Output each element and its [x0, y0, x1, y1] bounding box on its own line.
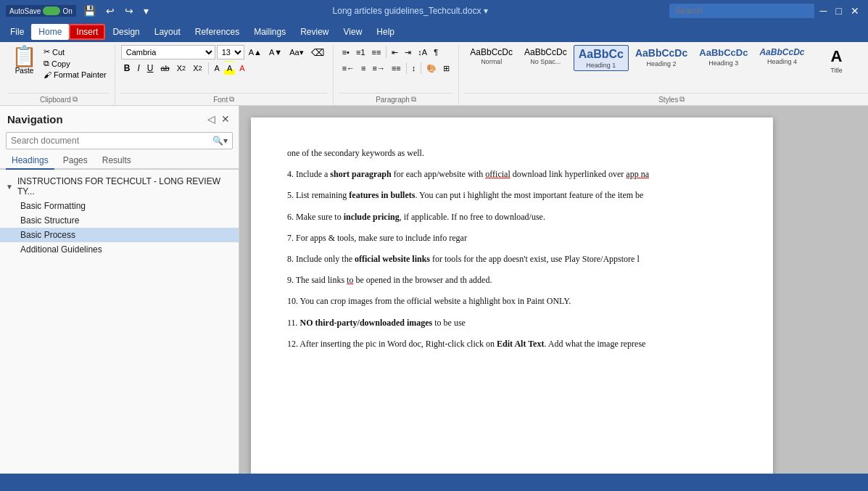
style-title[interactable]: A Title [811, 45, 861, 76]
search-icon: 🔍 [212, 136, 223, 146]
nav-search[interactable]: 🔍 ▾ [6, 132, 233, 149]
borders-button[interactable]: ⊞ [440, 61, 452, 75]
nav-collapse-icon[interactable]: ◁ [206, 112, 217, 126]
bold-button[interactable]: B [121, 61, 133, 75]
font-size-select[interactable]: 13 [217, 45, 244, 59]
font-name-select[interactable]: Cambria [121, 45, 215, 59]
menu-view[interactable]: View [336, 24, 370, 40]
menu-insert[interactable]: Insert [69, 24, 105, 40]
style-normal[interactable]: AaBbCcDc Normal [465, 45, 518, 67]
nav-additional-guidelines-label: Additional Guidelines [20, 244, 102, 255]
style-heading4[interactable]: AaBbCcDc Heading 4 [754, 45, 809, 67]
copy-button[interactable]: ⧉ Copy [41, 58, 109, 69]
tab-headings[interactable]: Headings [6, 152, 54, 170]
styles-expand-icon[interactable]: ⧉ [679, 95, 685, 104]
subscript-button[interactable]: X2 [174, 61, 189, 75]
doc-para-4: 4. Include a short paragraph for each ap… [287, 168, 737, 181]
customize-icon[interactable]: ▾ [141, 4, 152, 18]
nav-basic-process-label: Basic Process [20, 230, 75, 240]
highlight-button[interactable]: A [224, 61, 235, 75]
nav-tree: ▼ INSTRUCTIONS FOR TECHCULT - LONG REVIE… [0, 170, 239, 474]
nav-tree-additional-guidelines[interactable]: Additional Guidelines [0, 242, 239, 257]
format-painter-button[interactable]: 🖌 Format Painter [41, 70, 109, 80]
menu-layout[interactable]: Layout [147, 24, 188, 40]
increase-indent-button[interactable]: ⇥ [402, 45, 414, 59]
style-no-space[interactable]: AaBbCcDc No Spac... [519, 45, 572, 67]
underline-button[interactable]: U [144, 61, 157, 75]
nav-search-input[interactable] [7, 133, 208, 149]
show-marks-button[interactable]: ¶ [431, 45, 441, 59]
clear-format-button[interactable]: ⌫ [308, 45, 327, 59]
decrease-font-button[interactable]: A▼ [266, 45, 285, 59]
align-center-button[interactable]: ≡ [358, 61, 368, 75]
numbering-button[interactable]: ≡1 [353, 45, 368, 59]
nav-tree-toggle[interactable]: ▼ [6, 183, 17, 191]
nav-title: Navigation [7, 113, 63, 125]
style-heading1[interactable]: AaBbCc Heading 1 [574, 45, 629, 71]
align-right-button[interactable]: ≡→ [370, 61, 388, 75]
bold-features-bullets: features in bullets [349, 190, 415, 200]
font-expand-icon[interactable]: ⧉ [229, 95, 234, 104]
nav-tree-root[interactable]: ▼ INSTRUCTIONS FOR TECHCULT - LONG REVIE… [0, 174, 239, 199]
nav-search-button[interactable]: 🔍 ▾ [208, 133, 232, 149]
ribbon-group-clipboard: 📋 Paste ✂ Cut ⧉ Copy 🖌 Format Painter C [3, 45, 115, 105]
styles-more[interactable]: ⊞ [864, 77, 868, 91]
line-spacing-button[interactable]: ↕ [409, 61, 419, 75]
style-heading2[interactable]: AaBbCcDc Heading 2 [630, 45, 693, 70]
title-bar-right: ─ □ ✕ [669, 4, 862, 18]
paste-button[interactable]: 📋 Paste [9, 45, 40, 76]
shading-button[interactable]: 🎨 [423, 61, 439, 75]
nav-tree-basic-formatting[interactable]: Basic Formatting [0, 199, 239, 213]
styles-scroll-down[interactable]: ▼ [864, 61, 868, 75]
undo-icon[interactable]: ↩ [103, 4, 117, 18]
maximize-icon[interactable]: □ [833, 4, 845, 18]
menu-mailings[interactable]: Mailings [247, 24, 293, 40]
save-icon[interactable]: 💾 [80, 4, 99, 18]
increase-font-button[interactable]: A▲ [246, 45, 265, 59]
menu-review[interactable]: Review [293, 24, 336, 40]
paragraph-expand-icon[interactable]: ⧉ [411, 95, 416, 104]
text-effects-button[interactable]: A [212, 61, 223, 75]
menu-home[interactable]: Home [31, 24, 69, 40]
menu-design[interactable]: Design [105, 24, 146, 40]
doc-para-12: 12. After inserting the pic in Word doc,… [287, 337, 737, 351]
align-left-button[interactable]: ≡← [339, 61, 357, 75]
justify-button[interactable]: ≡≡ [389, 61, 404, 75]
font-separator [208, 62, 209, 74]
autosave-badge[interactable]: AutoSave On [6, 5, 76, 17]
menu-references[interactable]: References [188, 24, 247, 40]
cut-button[interactable]: ✂ Cut [41, 46, 109, 57]
menu-help[interactable]: Help [369, 24, 402, 40]
style-normal-preview: AaBbCcDc [470, 47, 513, 57]
close-icon[interactable]: ✕ [848, 4, 862, 18]
para-sep3 [421, 62, 421, 74]
font-color-button[interactable]: A [236, 61, 247, 75]
clipboard-expand-icon[interactable]: ⧉ [73, 95, 78, 104]
style-title-label: Title [830, 67, 843, 74]
sort-button[interactable]: ↕A [415, 45, 430, 59]
multilevel-button[interactable]: ≡≡ [369, 45, 384, 59]
nav-tree-basic-process[interactable]: Basic Process [0, 228, 239, 242]
italic-button[interactable]: I [134, 61, 142, 75]
nav-tree-basic-structure[interactable]: Basic Structure [0, 213, 239, 228]
bullets-button[interactable]: ≡• [339, 45, 352, 59]
redo-icon[interactable]: ↪ [122, 4, 136, 18]
change-case-button[interactable]: Aa▾ [286, 45, 306, 59]
autosave-toggle[interactable] [43, 7, 60, 15]
styles-scroll-up[interactable]: ▲ [864, 45, 868, 59]
doc-para-6: 6. Make sure to include pricing, if appl… [287, 210, 737, 224]
doc-para-5: 5. List remaining features in bullets. Y… [287, 189, 737, 202]
doc-page[interactable]: one of the secondary keywords as well. 4… [251, 117, 773, 474]
underline-appname: app na [626, 169, 649, 179]
minimize-icon[interactable]: ─ [817, 4, 830, 18]
copy-icon: ⧉ [44, 59, 49, 68]
superscript-button[interactable]: X2 [190, 61, 204, 75]
style-heading3[interactable]: AaBbCcDc Heading 3 [694, 45, 753, 69]
menu-file[interactable]: File [3, 24, 31, 40]
tab-pages[interactable]: Pages [57, 152, 94, 170]
nav-close-icon[interactable]: ✕ [220, 112, 231, 126]
title-search-input[interactable] [669, 4, 814, 18]
decrease-indent-button[interactable]: ⇤ [389, 45, 401, 59]
tab-results[interactable]: Results [96, 152, 137, 170]
strikethrough-button[interactable]: ab [157, 61, 172, 75]
